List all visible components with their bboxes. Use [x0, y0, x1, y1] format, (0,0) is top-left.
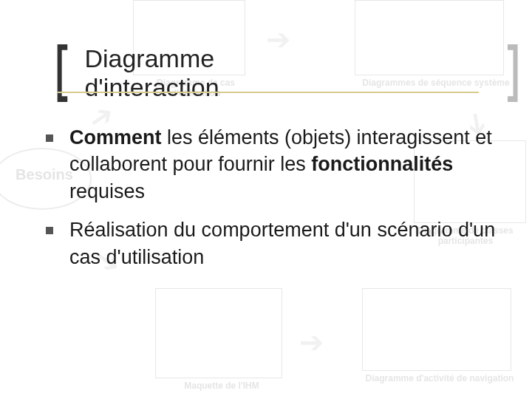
bullet-text: Réalisation du comportement d'un scénari…: [69, 216, 497, 270]
slide-title: Diagramme d'interaction: [84, 44, 349, 102]
bullet-item: Comment les éléments (objets) interagiss…: [46, 124, 497, 205]
left-bracket-icon: [: [51, 52, 72, 95]
bullet-text: Comment les éléments (objets) interagiss…: [69, 124, 497, 205]
slide-title-row: [ Diagramme d'interaction ]: [43, 44, 532, 102]
bg-label-ihm: Maquette de l'IHM: [163, 381, 281, 391]
bullet-item: Réalisation du comportement d'un scénari…: [46, 216, 497, 270]
title-underline: [58, 92, 479, 93]
bg-label-nav: Diagramme d'activité de navigation: [362, 373, 517, 383]
bullet-icon: [46, 134, 53, 142]
right-bracket-icon: ]: [503, 52, 524, 95]
bullet-icon: [46, 227, 53, 234]
slide-body: Comment les éléments (objets) interagiss…: [46, 124, 497, 282]
